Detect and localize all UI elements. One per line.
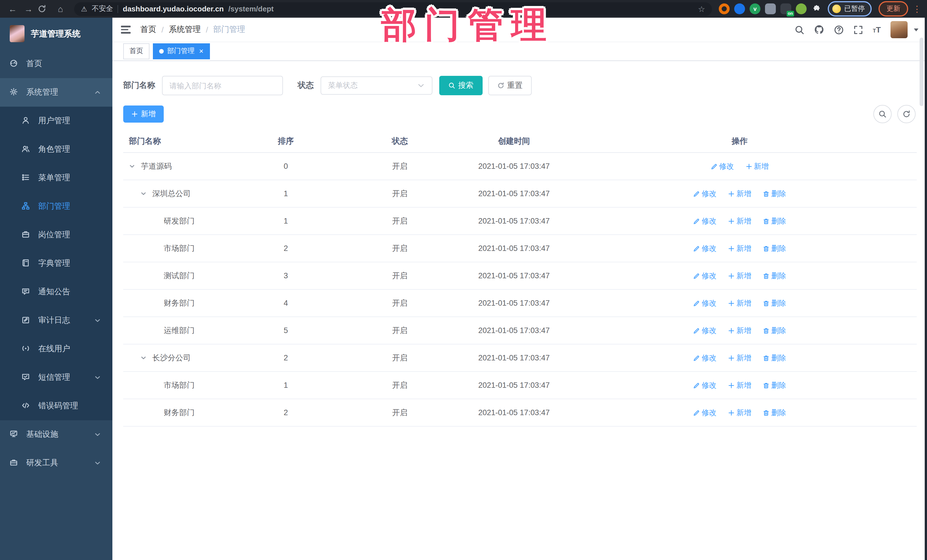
- ext-puzzle-icon[interactable]: [811, 3, 822, 14]
- scrollbar-thumb[interactable]: [919, 38, 924, 106]
- action-label: 新增: [737, 380, 751, 390]
- sidebar-item-menu[interactable]: 菜单管理: [0, 164, 112, 192]
- header-actions: 操作: [562, 136, 917, 147]
- font-size-icon[interactable]: TT: [873, 25, 881, 34]
- edit-icon: [693, 272, 700, 279]
- row-delete-link[interactable]: 删除: [763, 325, 786, 335]
- row-add-link[interactable]: 新增: [728, 243, 751, 253]
- expand-caret-icon[interactable]: [140, 355, 149, 361]
- user-avatar[interactable]: [891, 21, 907, 38]
- row-edit-link[interactable]: 修改: [693, 243, 716, 253]
- status-select[interactable]: 菜单状态: [321, 76, 432, 95]
- row-delete-link[interactable]: 删除: [763, 216, 786, 226]
- home-icon[interactable]: ⌂: [54, 0, 67, 18]
- row-add-link[interactable]: 新增: [728, 353, 751, 363]
- row-add-link[interactable]: 新增: [728, 298, 751, 308]
- breadcrumb-home[interactable]: 首页: [140, 24, 156, 35]
- bookmark-star-icon[interactable]: ☆: [698, 4, 705, 14]
- row-add-link[interactable]: 新增: [728, 380, 751, 390]
- fullscreen-icon[interactable]: [853, 25, 863, 35]
- dept-name-input[interactable]: [162, 76, 283, 95]
- plus-icon: [745, 163, 752, 170]
- sidebar-item-home[interactable]: 首页: [0, 50, 112, 78]
- tab-close-icon[interactable]: ×: [199, 47, 204, 55]
- back-icon[interactable]: ←: [6, 0, 20, 18]
- reset-icon: [497, 82, 504, 89]
- row-add-link[interactable]: 新增: [728, 270, 751, 281]
- browser-menu-icon[interactable]: ⋮: [913, 0, 921, 18]
- profile-chip[interactable]: 已暂停: [828, 1, 872, 17]
- trash-icon: [763, 272, 769, 279]
- row-edit-link[interactable]: 修改: [693, 353, 716, 363]
- forward-icon[interactable]: →: [22, 0, 35, 18]
- ext-bot-green-icon[interactable]: [796, 3, 807, 14]
- tab-home[interactable]: 首页: [123, 43, 149, 59]
- sidebar-item-post[interactable]: 岗位管理: [0, 221, 112, 249]
- add-button[interactable]: 新增: [123, 106, 164, 123]
- sidebar-item-system[interactable]: 系统管理: [0, 78, 112, 107]
- row-edit-link[interactable]: 修改: [693, 380, 716, 390]
- sidebar-item-role[interactable]: 角色管理: [0, 135, 112, 164]
- github-icon[interactable]: [814, 24, 824, 35]
- sidebar-fold-icon[interactable]: [121, 26, 131, 33]
- infra-icon: [10, 430, 19, 439]
- row-edit-link[interactable]: 修改: [693, 188, 716, 199]
- ext-v-green-icon[interactable]: v: [749, 3, 760, 14]
- sidebar-item-errcode[interactable]: 错误码管理: [0, 392, 112, 420]
- update-label: 更新: [886, 4, 900, 14]
- reset-button[interactable]: 重置: [488, 76, 532, 95]
- update-button[interactable]: 更新: [878, 1, 908, 17]
- breadcrumb-system[interactable]: 系统管理: [169, 24, 201, 35]
- expand-caret-icon[interactable]: [129, 163, 138, 169]
- sidebar-item-online[interactable]: 在线用户: [0, 335, 112, 363]
- row-delete-link[interactable]: 删除: [763, 270, 786, 281]
- ext-ring-orange-icon[interactable]: [719, 3, 729, 14]
- row-edit-link[interactable]: 修改: [693, 270, 716, 281]
- row-add-link[interactable]: 新增: [728, 325, 751, 335]
- sidebar-item-notice[interactable]: 通知公告: [0, 278, 112, 306]
- cell-created: 2021-01-05 17:03:47: [465, 272, 562, 280]
- action-label: 新增: [754, 161, 769, 171]
- row-edit-link[interactable]: 修改: [711, 161, 734, 171]
- users-icon: [22, 145, 31, 154]
- sidebar-item-sms[interactable]: 短信管理: [0, 363, 112, 392]
- row-delete-link[interactable]: 删除: [763, 188, 786, 199]
- reload-icon[interactable]: [38, 5, 51, 13]
- sidebar-item-user[interactable]: 用户管理: [0, 107, 112, 135]
- refresh-table-button[interactable]: [897, 105, 916, 123]
- tab-dept[interactable]: 部门管理×: [153, 43, 210, 59]
- row-delete-link[interactable]: 删除: [763, 353, 786, 363]
- row-add-link[interactable]: 新增: [728, 188, 751, 199]
- search-button[interactable]: 搜索: [439, 76, 483, 95]
- sidebar-item-audit[interactable]: 审计日志: [0, 306, 112, 335]
- row-edit-link[interactable]: 修改: [693, 216, 716, 226]
- row-delete-link[interactable]: 删除: [763, 380, 786, 390]
- row-edit-link[interactable]: 修改: [693, 325, 716, 335]
- expand-caret-icon[interactable]: [140, 190, 149, 197]
- sidebar-item-devtool[interactable]: 研发工具: [0, 449, 112, 477]
- ext-grid-gray-icon[interactable]: [765, 3, 776, 14]
- row-add-link[interactable]: 新增: [745, 161, 769, 171]
- ext-dark-on-icon[interactable]: on: [780, 3, 791, 14]
- action-label: 删除: [771, 270, 786, 281]
- row-add-link[interactable]: 新增: [728, 216, 751, 226]
- ext-pin-blue-icon[interactable]: [734, 3, 745, 14]
- row-delete-link[interactable]: 删除: [763, 243, 786, 253]
- table-row: 运维部门5开启2021-01-05 17:03:47修改新增删除: [123, 317, 917, 344]
- sidebar-item-dept[interactable]: 部门管理: [0, 192, 112, 221]
- search-icon[interactable]: [795, 25, 804, 35]
- user-menu-caret-icon[interactable]: [914, 28, 918, 31]
- row-edit-link[interactable]: 修改: [693, 407, 716, 418]
- tools-icon: [10, 458, 19, 467]
- help-icon[interactable]: [834, 25, 844, 35]
- app-logo[interactable]: 芋道管理系统: [0, 18, 112, 50]
- sidebar-item-infra[interactable]: 基础设施: [0, 420, 112, 449]
- sidebar-item-dict[interactable]: 字典管理: [0, 249, 112, 278]
- toggle-search-button[interactable]: [873, 105, 892, 123]
- row-add-link[interactable]: 新增: [728, 407, 751, 418]
- cell-actions: 修改新增删除: [562, 407, 917, 418]
- row-delete-link[interactable]: 删除: [763, 298, 786, 308]
- row-delete-link[interactable]: 删除: [763, 407, 786, 418]
- row-edit-link[interactable]: 修改: [693, 298, 716, 308]
- address-bar[interactable]: ⚠ 不安全 dashboard.yudao.iocoder.cn/system/…: [74, 2, 712, 16]
